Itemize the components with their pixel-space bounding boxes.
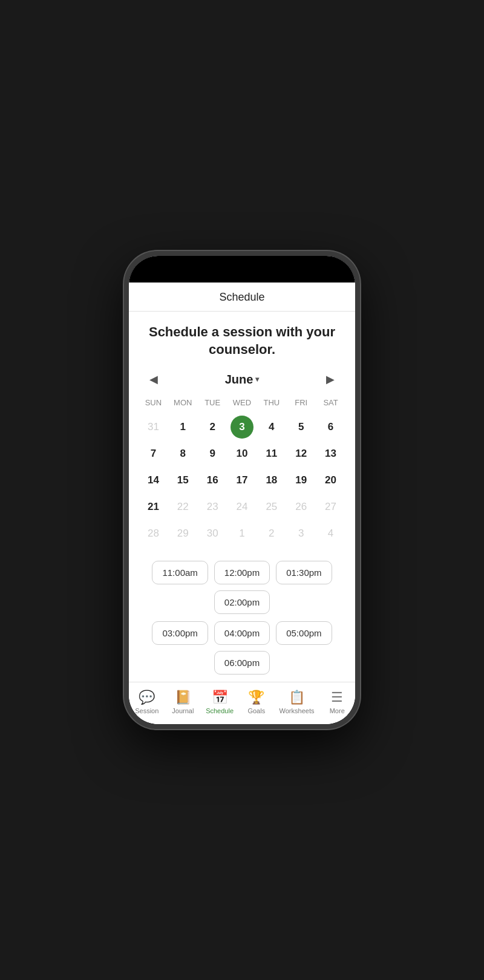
next-month-button[interactable]: ▶ xyxy=(321,370,339,388)
nav-item-journal[interactable]: 📔Journal xyxy=(165,687,201,717)
time-slot-button[interactable]: 04:00pm xyxy=(214,621,270,645)
calendar-cell[interactable]: 12 xyxy=(286,441,316,466)
calendar-cell[interactable]: 2 xyxy=(198,414,227,440)
calendar-cell[interactable]: 5 xyxy=(286,414,316,440)
day-header-sat: SAT xyxy=(316,396,345,410)
month-name: June xyxy=(225,373,253,387)
time-slot-button[interactable]: 03:00pm xyxy=(152,621,208,645)
calendar-cell: 29 xyxy=(168,521,198,546)
day-header-tue: TUE xyxy=(198,396,227,410)
calendar-cell[interactable]: 18 xyxy=(257,468,286,493)
calendar-cell: 25 xyxy=(257,494,286,520)
time-slots: 11:00am12:00pm01:30pm02:00pm03:00pm04:00… xyxy=(139,561,345,682)
day-header-thu: THU xyxy=(257,396,286,410)
more-icon: ☰ xyxy=(331,690,343,705)
time-slot-row: 03:00pm04:00pm05:00pm06:00pm xyxy=(139,621,345,675)
header: Schedule xyxy=(129,283,355,312)
notch xyxy=(197,256,287,273)
calendar-cell[interactable]: 14 xyxy=(139,468,168,493)
bottom-nav: 💬Session📔Journal📅Schedule🏆Goals📋Workshee… xyxy=(129,682,355,724)
calendar-cell: 27 xyxy=(316,494,345,520)
schedule-nav-label: Schedule xyxy=(206,707,234,714)
phone-frame: Schedule Schedule a session with your co… xyxy=(124,251,360,729)
page-title: Schedule xyxy=(219,291,264,303)
time-slot-button[interactable]: 12:00pm xyxy=(214,561,270,584)
calendar-cell[interactable]: 11 xyxy=(257,441,286,466)
schedule-icon: 📅 xyxy=(212,690,228,705)
prev-month-button[interactable]: ◀ xyxy=(145,370,163,388)
calendar-cell[interactable]: 3 xyxy=(231,416,253,439)
calendar-cell[interactable]: 21 xyxy=(139,494,168,520)
calendar-cell: 24 xyxy=(227,494,257,520)
worksheets-icon: 📋 xyxy=(289,690,305,705)
phone-screen: Schedule Schedule a session with your co… xyxy=(129,256,355,724)
calendar-cell: 23 xyxy=(198,494,227,520)
time-slot-button[interactable]: 02:00pm xyxy=(214,590,270,614)
calendar-cell: 30 xyxy=(198,521,227,546)
calendar-grid: SUN MON TUE WED THU FRI SAT 311234567891… xyxy=(139,396,345,546)
day-header-fri: FRI xyxy=(286,396,316,410)
notch-area xyxy=(129,256,355,283)
calendar-cell: 4 xyxy=(316,521,345,546)
calendar-cell: 26 xyxy=(286,494,316,520)
time-slot-button[interactable]: 11:00am xyxy=(152,561,208,584)
day-header-wed: WED xyxy=(227,396,257,410)
calendar-cell: 22 xyxy=(168,494,198,520)
calendar-cell[interactable]: 19 xyxy=(286,468,316,493)
calendar-cell[interactable]: 10 xyxy=(227,441,257,466)
day-header-mon: MON xyxy=(168,396,198,410)
nav-item-schedule[interactable]: 📅Schedule xyxy=(201,687,238,717)
month-label[interactable]: June ▾ xyxy=(225,373,260,387)
journal-nav-label: Journal xyxy=(172,707,194,714)
calendar-header-row: SUN MON TUE WED THU FRI SAT xyxy=(139,396,345,410)
calendar-cell: 3 xyxy=(286,521,316,546)
calendar-cell: 1 xyxy=(227,521,257,546)
time-slot-button[interactable]: 06:00pm xyxy=(214,651,270,675)
calendar-cell[interactable]: 1 xyxy=(168,414,198,440)
time-slot-button[interactable]: 01:30pm xyxy=(276,561,332,584)
calendar-cell[interactable]: 16 xyxy=(198,468,227,493)
goals-nav-label: Goals xyxy=(247,707,265,714)
time-slot-row: 11:00am12:00pm01:30pm02:00pm xyxy=(139,561,345,614)
calendar-cell[interactable]: 4 xyxy=(257,414,286,440)
page-heading: Schedule a session with your counselor. xyxy=(139,324,345,358)
session-nav-label: Session xyxy=(135,707,159,714)
calendar-cell: 31 xyxy=(139,414,168,440)
nav-item-session[interactable]: 💬Session xyxy=(129,687,165,717)
calendar-container: ◀ June ▾ ▶ SUN MON TUE WED T xyxy=(139,370,345,546)
more-nav-label: More xyxy=(330,707,345,714)
calendar-cell[interactable]: 7 xyxy=(139,441,168,466)
calendar-cell[interactable]: 13 xyxy=(316,441,345,466)
day-header-sun: SUN xyxy=(139,396,168,410)
nav-item-goals[interactable]: 🏆Goals xyxy=(238,687,275,717)
calendar-cell[interactable]: 8 xyxy=(168,441,198,466)
session-icon: 💬 xyxy=(139,690,155,705)
worksheets-nav-label: Worksheets xyxy=(280,707,315,714)
calendar-body: 3112345678910111213141516171819202122232… xyxy=(139,414,345,546)
calendar-cell: 28 xyxy=(139,521,168,546)
calendar-cell[interactable]: 6 xyxy=(316,414,345,440)
calendar-cell: 2 xyxy=(257,521,286,546)
calendar-cell[interactable]: 17 xyxy=(227,468,257,493)
main-content: Schedule a session with your counselor. … xyxy=(129,312,355,682)
goals-icon: 🏆 xyxy=(248,690,264,705)
calendar-cell[interactable]: 15 xyxy=(168,468,198,493)
month-dropdown-arrow: ▾ xyxy=(255,375,259,384)
time-slot-button[interactable]: 05:00pm xyxy=(276,621,332,645)
calendar-cell[interactable]: 20 xyxy=(316,468,345,493)
nav-item-more[interactable]: ☰More xyxy=(319,687,355,717)
calendar-nav: ◀ June ▾ ▶ xyxy=(139,370,345,388)
calendar-cell[interactable]: 9 xyxy=(198,441,227,466)
nav-item-worksheets[interactable]: 📋Worksheets xyxy=(275,687,319,717)
screen-content: Schedule Schedule a session with your co… xyxy=(129,283,355,724)
journal-icon: 📔 xyxy=(175,690,191,705)
